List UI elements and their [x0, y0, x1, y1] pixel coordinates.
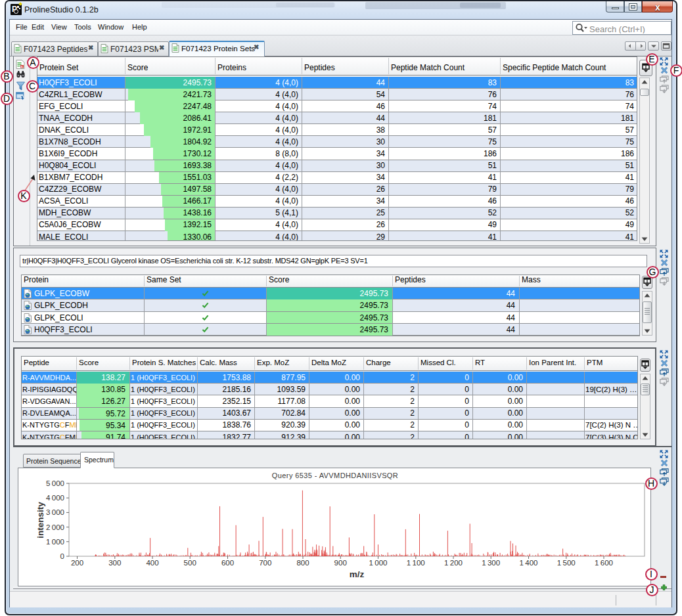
svg-text:0: 0 [60, 552, 64, 560]
svg-text:800: 800 [296, 559, 309, 567]
svg-text:600: 600 [221, 559, 234, 567]
svg-text:500: 500 [184, 559, 196, 567]
svg-text:1 500: 1 500 [557, 559, 576, 567]
svg-text:300: 300 [108, 559, 121, 567]
svg-text:200: 200 [71, 559, 83, 567]
svg-text:1 100: 1 100 [407, 559, 425, 567]
svg-text:4 000: 4 000 [46, 494, 64, 502]
svg-text:intensity: intensity [35, 502, 45, 539]
svg-text:m/z: m/z [350, 569, 365, 579]
svg-text:3 000: 3 000 [46, 508, 64, 516]
svg-text:1 300: 1 300 [482, 559, 500, 567]
svg-text:400: 400 [146, 559, 158, 567]
svg-text:1 000: 1 000 [46, 538, 64, 546]
svg-text:2 000: 2 000 [46, 523, 64, 531]
svg-text:1 400: 1 400 [520, 559, 538, 567]
svg-text:1 000: 1 000 [369, 559, 388, 567]
svg-text:5 000: 5 000 [46, 479, 64, 487]
svg-text:1 200: 1 200 [444, 559, 463, 567]
svg-text:1 600: 1 600 [595, 559, 613, 567]
svg-text:900: 900 [334, 559, 347, 567]
svg-text:700: 700 [259, 559, 271, 567]
